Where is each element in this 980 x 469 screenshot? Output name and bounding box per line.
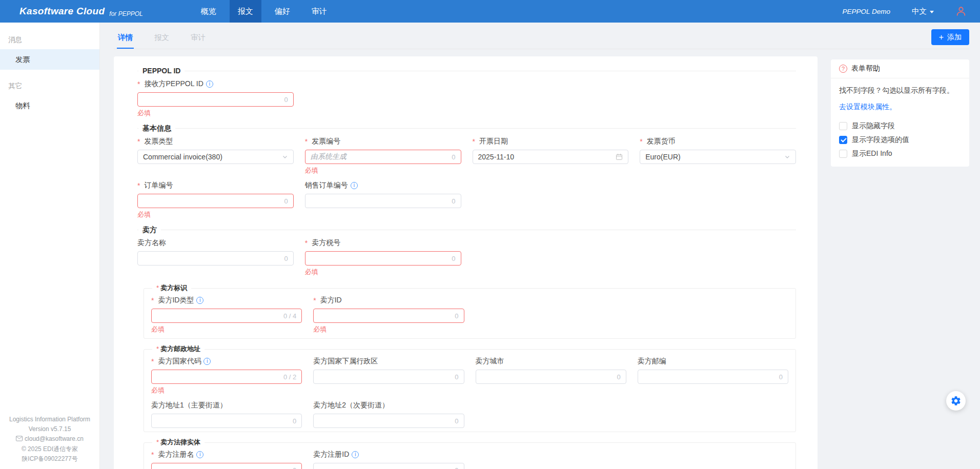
main-content: 详情报文审计 + 添加 PEPPOL ID*接收方PEPPOL IDi0必填基本… bbox=[100, 23, 980, 469]
char-counter: 0 bbox=[452, 197, 455, 205]
input-sales-order-number[interactable]: 0 bbox=[305, 194, 461, 208]
field-invoice-number: *发票编号由系统生成0必填 bbox=[305, 134, 461, 178]
nav-item-messages[interactable]: 报文 bbox=[230, 0, 261, 23]
input-seller-subdivision[interactable]: 0 bbox=[313, 370, 464, 384]
nav-item-audit[interactable]: 审计 bbox=[303, 0, 335, 23]
required-hint: 必填 bbox=[313, 323, 464, 335]
field-sales-order-number: 销售订单编号i0 bbox=[305, 178, 461, 222]
field-seller-address-2: 卖方地址2（次要街道）0 bbox=[313, 398, 464, 431]
checkbox-show-hidden-fields[interactable] bbox=[839, 122, 847, 130]
module-settings-link[interactable]: 去设置模块属性。 bbox=[839, 103, 896, 112]
input-suffix: 0 bbox=[779, 373, 783, 381]
checkbox-row-show-hidden-fields[interactable]: 显示隐藏字段 bbox=[839, 121, 961, 131]
required-hint: 必填 bbox=[305, 164, 461, 176]
input-seller-address-2[interactable]: 0 bbox=[313, 414, 464, 428]
char-counter: 0 bbox=[452, 153, 455, 161]
field-label-seller-name: 卖方名称 bbox=[137, 237, 294, 249]
select-invoice-type[interactable]: Commercial invoice(380) bbox=[137, 150, 294, 164]
field-label-text: 卖方国家代码 bbox=[158, 357, 201, 366]
nav-item-overview[interactable]: 概览 bbox=[193, 0, 224, 23]
legend-text: 卖方标识 bbox=[160, 284, 187, 292]
input-order-number[interactable]: 0 bbox=[137, 194, 294, 208]
nav-item-preferences[interactable]: 偏好 bbox=[267, 0, 298, 23]
form-row: *接收方PEPPOL IDi0必填 bbox=[137, 77, 796, 121]
input-invoice-number[interactable]: 由系统生成0 bbox=[305, 150, 461, 164]
input-receiver-peppol-id[interactable]: 0 bbox=[137, 92, 294, 107]
tab-detail[interactable]: 详情 bbox=[117, 28, 134, 49]
info-icon[interactable]: i bbox=[351, 182, 358, 189]
required-hint: 必填 bbox=[305, 266, 461, 277]
sidebar-group-messages: 消息 bbox=[0, 31, 99, 49]
field-label-seller-city: 卖方城市 bbox=[476, 356, 626, 367]
checkbox-label: 显示EDI Info bbox=[852, 149, 892, 158]
field-seller-postcode: 卖方邮编0 bbox=[638, 354, 788, 398]
info-icon[interactable]: i bbox=[196, 451, 203, 458]
required-asterisk: * bbox=[137, 80, 140, 88]
input-seller-name[interactable]: 0 bbox=[137, 251, 294, 266]
input-seller-tax-id[interactable]: 0 bbox=[305, 251, 461, 266]
input-seller-country-code[interactable]: 0 / 2 bbox=[151, 370, 302, 384]
field-label-text: 卖方ID类型 bbox=[158, 296, 194, 305]
sidebar-item-material[interactable]: 物料 bbox=[0, 95, 99, 116]
tabs-bar: 详情报文审计 + 添加 bbox=[114, 28, 969, 49]
field-seller-id-type: *卖方ID类型i0 / 4必填 bbox=[151, 293, 302, 337]
tab-audit[interactable]: 审计 bbox=[190, 28, 207, 49]
user-avatar-icon[interactable] bbox=[955, 6, 967, 17]
input-seller-registration-id[interactable]: 0 bbox=[313, 463, 464, 469]
chevron-down-icon bbox=[282, 154, 288, 160]
form-row: *卖方国家代码i0 / 2必填卖方国家下属行政区0卖方城市0卖方邮编0 bbox=[151, 354, 788, 398]
char-counter: 0 / 2 bbox=[283, 373, 296, 381]
select-invoice-currency[interactable]: Euro(EUR) bbox=[640, 150, 796, 164]
char-counter: 0 bbox=[779, 373, 783, 381]
main-nav: 概览报文偏好审计 bbox=[190, 0, 338, 23]
field-label-text: 卖方国家下属行政区 bbox=[313, 357, 378, 366]
info-icon[interactable]: i bbox=[206, 80, 213, 88]
checkbox-label: 显示隐藏字段 bbox=[852, 121, 895, 131]
input-seller-id[interactable]: 0 bbox=[313, 309, 464, 323]
language-label: 中文 bbox=[912, 7, 927, 16]
input-seller-address-1[interactable]: 0 bbox=[151, 414, 302, 428]
legend-seller-postal-address: *卖方邮政地址 bbox=[152, 344, 205, 354]
required-asterisk: * bbox=[156, 284, 159, 292]
required-hint: 必填 bbox=[137, 208, 294, 220]
subsection-seller-identification: *卖方标识*卖方ID类型i0 / 4必填*卖方ID0必填 bbox=[144, 283, 796, 339]
input-seller-postcode[interactable]: 0 bbox=[638, 370, 788, 384]
datepicker-issue-date[interactable]: 2025-11-10 bbox=[473, 150, 629, 164]
input-suffix: 0 bbox=[284, 197, 288, 205]
settings-fab[interactable] bbox=[946, 391, 966, 411]
input-seller-registration-name[interactable]: 0 bbox=[151, 463, 302, 469]
field-seller-city: 卖方城市0 bbox=[476, 354, 626, 398]
tab-message[interactable]: 报文 bbox=[153, 28, 170, 49]
char-counter: 0 bbox=[284, 96, 288, 104]
field-invoice-type: *发票类型Commercial invoice(380) bbox=[137, 134, 294, 178]
input-suffix: 0 / 4 bbox=[283, 312, 296, 320]
char-counter: 0 bbox=[617, 373, 621, 381]
field-label-text: 卖方ID bbox=[320, 296, 342, 305]
required-asterisk: * bbox=[473, 137, 475, 146]
char-counter: 0 / 4 bbox=[283, 312, 296, 320]
info-icon[interactable]: i bbox=[196, 297, 203, 304]
app-logo[interactable]: Kasoftware Cloud for PEPPOL bbox=[0, 0, 143, 23]
input-seller-id-type[interactable]: 0 / 4 bbox=[151, 309, 302, 323]
field-order-number: *订单编号0必填 bbox=[137, 178, 294, 222]
field-label-seller-country-code: *卖方国家代码i bbox=[151, 356, 302, 367]
detail-tabs: 详情报文审计 bbox=[117, 28, 226, 49]
help-hint-text: 找不到字段？勾选以显示所有字段。 bbox=[839, 86, 961, 96]
input-suffix: 0 bbox=[293, 466, 296, 469]
checkbox-row-show-field-option-values[interactable]: 显示字段选项的值 bbox=[839, 135, 961, 145]
content-body: PEPPOL ID*接收方PEPPOL IDi0必填基本信息*发票类型Comme… bbox=[100, 49, 980, 469]
sidebar-item-invoice[interactable]: 发票 bbox=[0, 49, 99, 70]
char-counter: 0 bbox=[455, 466, 458, 469]
field-label-text: 卖方地址2（次要街道） bbox=[313, 401, 389, 410]
field-receiver-peppol-id: *接收方PEPPOL IDi0必填 bbox=[137, 77, 294, 121]
language-selector[interactable]: 中文 bbox=[912, 7, 934, 16]
input-seller-city[interactable]: 0 bbox=[476, 370, 626, 384]
add-button[interactable]: + 添加 bbox=[931, 29, 969, 45]
help-panel-body: 找不到字段？勾选以显示所有字段。 去设置模块属性。 显示隐藏字段显示字段选项的值… bbox=[831, 78, 969, 167]
input-value: Euro(EUR) bbox=[645, 153, 680, 161]
checkbox-row-show-edi-info[interactable]: 显示EDI Info bbox=[839, 149, 961, 158]
checkbox-show-field-option-values[interactable] bbox=[839, 136, 847, 144]
checkbox-show-edi-info[interactable] bbox=[839, 150, 847, 158]
info-icon[interactable]: i bbox=[203, 358, 211, 365]
info-icon[interactable]: i bbox=[352, 451, 359, 458]
